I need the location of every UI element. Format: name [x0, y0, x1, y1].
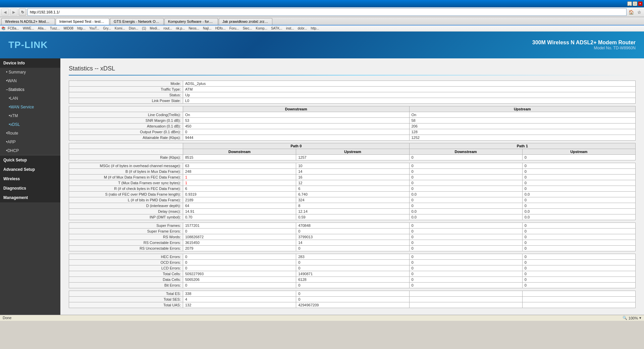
- bookmark-20[interactable]: SATK...: [270, 26, 284, 31]
- ocd-errors-p1-ds: 0: [409, 260, 522, 265]
- bookmark-10[interactable]: (1): [141, 26, 147, 31]
- bookmark-7[interactable]: Gry...: [102, 26, 112, 31]
- bookmark-21[interactable]: inst...: [285, 26, 296, 31]
- bookmark-11[interactable]: Medi...: [149, 26, 161, 31]
- data-cells-p1-ds: 0: [409, 277, 522, 283]
- bookmark-2[interactable]: Alla...: [37, 26, 48, 31]
- page-title: Statistics -- xDSL: [69, 65, 636, 72]
- address-input[interactable]: [28, 8, 627, 16]
- rate-p0-ds: 8515: [183, 155, 296, 160]
- s-ratio-p0-us: 6.740: [296, 192, 409, 197]
- tab-0[interactable]: Wireless N ADSL2+ Modem...: [1, 18, 55, 25]
- nav-bar: ◀ ▶ ↻ 🏠 ☆: [0, 7, 644, 17]
- refresh-button[interactable]: ↻: [19, 8, 26, 16]
- bookmark-8[interactable]: Komi...: [113, 26, 126, 31]
- msgc-p1-us: 0: [522, 163, 635, 169]
- rate-p1-ds: 0: [409, 155, 522, 160]
- hec-errors-p0-us: 283: [296, 254, 409, 260]
- back-button[interactable]: ◀: [1, 8, 9, 16]
- zoom-icon: 🔍: [623, 316, 627, 320]
- total-ses-p1-us: [522, 297, 635, 302]
- d-interleave-row: D (interleaver depth): 64 8 0 0: [69, 203, 636, 209]
- spacer-row: [69, 104, 636, 106]
- bookmark-13[interactable]: nk.p...: [174, 26, 186, 31]
- maximize-button[interactable]: □: [633, 1, 637, 6]
- sidebar-item-device-info[interactable]: Device Info: [0, 58, 60, 68]
- window-controls: _ □ ✕: [627, 1, 643, 6]
- bookmark-18[interactable]: Siec...: [241, 26, 254, 31]
- minimize-button[interactable]: _: [627, 1, 632, 6]
- tp-link-logo: TP-LINK: [8, 40, 48, 50]
- sidebar-item-management[interactable]: Management: [0, 193, 60, 202]
- bookmark-6[interactable]: YouT...: [88, 26, 101, 31]
- bookmark-16[interactable]: HDfo...: [214, 26, 227, 31]
- inp-label: INP (DMT symbol):: [69, 214, 183, 220]
- bookmark-9[interactable]: Disn...: [127, 26, 140, 31]
- zoom-dropdown-icon[interactable]: ▾: [639, 316, 641, 320]
- bookmark-4[interactable]: MID08: [62, 26, 74, 31]
- sidebar-item-advanced-setup[interactable]: Advanced Setup: [0, 165, 60, 174]
- sidebar-item-wan-service[interactable]: •WAN Service: [0, 103, 60, 111]
- sidebar-item-xdsl[interactable]: •xDSL: [0, 120, 60, 129]
- sidebar-item-wireless[interactable]: Wireless: [0, 174, 60, 184]
- output-power-row: Output Power (0.1 dBm): 0 128: [69, 129, 636, 135]
- m-frames-p1-us: 0: [522, 174, 635, 180]
- tab-4[interactable]: Jak prawidłowo zrobić zrzut ekr...: [219, 18, 272, 25]
- bookmark-23[interactable]: http...: [309, 26, 320, 31]
- d-interleave-p0-ds: 64: [183, 203, 296, 209]
- bookmark-1[interactable]: WWE...: [21, 26, 36, 31]
- lcd-errors-p0-us: 0: [296, 265, 409, 271]
- sidebar-item-xtm[interactable]: •xTM: [0, 111, 60, 120]
- sidebar-item-route[interactable]: •Route: [0, 129, 60, 138]
- rate-label: Rate (Kbps):: [69, 155, 183, 160]
- spacer-row-3: [69, 160, 636, 163]
- bookmark-5[interactable]: http...: [76, 26, 87, 31]
- total-ses-label: Total SES:: [69, 297, 183, 302]
- home-icon[interactable]: 🏠: [628, 9, 635, 15]
- bookmark-15[interactable]: Najl...: [202, 26, 213, 31]
- r-check-p0-ds: 6: [183, 186, 296, 192]
- traffic-value: ATM: [183, 87, 636, 92]
- ocd-errors-p0-ds: 0: [183, 260, 296, 265]
- sidebar-item-wan[interactable]: •WAN: [0, 77, 60, 85]
- bit-errors-p0-ds: 0: [183, 283, 296, 288]
- sidebar-item-arp[interactable]: •ARP: [0, 138, 60, 146]
- bookmark-3[interactable]: Tusz...: [49, 26, 61, 31]
- bookmark-17[interactable]: Foru...: [228, 26, 240, 31]
- tab-1[interactable]: Internet Speed Test - tester pre...: [56, 18, 109, 25]
- s-ratio-row: S (ratio of FEC over PMD Data Frame leng…: [69, 192, 636, 197]
- sidebar-item-lan[interactable]: •LAN: [0, 94, 60, 103]
- attenuation-row: Attenuation (0.1 dB): 450 206: [69, 123, 636, 129]
- forward-button[interactable]: ▶: [10, 8, 17, 16]
- path0-us-header: Upstream: [296, 149, 409, 155]
- star-icon[interactable]: ☆: [636, 9, 643, 15]
- sf-errors-label: Super Frame Errors:: [69, 229, 183, 234]
- zoom-area[interactable]: 🔍 100% ▾: [623, 316, 641, 320]
- rs-correctable-row: RS Correctable Errors: 3615450 14 0 0: [69, 240, 636, 246]
- bookmark-19[interactable]: Komp...: [254, 26, 268, 31]
- rate-row: Rate (Kbps): 8515 1257 0 0: [69, 155, 636, 160]
- rs-uncorrectable-p1-ds: 0: [409, 246, 522, 251]
- rs-words-p0-us: 3799013: [296, 234, 409, 240]
- bookmark-12[interactable]: rout...: [162, 26, 174, 31]
- l-bits-p1-us: 0: [522, 197, 635, 203]
- inp-p1-ds: 0.0: [409, 214, 522, 220]
- l-bits-p0-ds: 2189: [183, 197, 296, 203]
- sidebar-item-summary[interactable]: • Summary: [0, 68, 60, 77]
- close-button[interactable]: ✕: [638, 1, 643, 6]
- r-check-p0-us: 6: [296, 186, 409, 192]
- tab-3[interactable]: Komputery Software - forum k...: [164, 18, 218, 25]
- sidebar-item-statistics[interactable]: –Statistics: [0, 85, 60, 94]
- delay-p0-ds: 14.91: [183, 209, 296, 214]
- rs-uncorrectable-label: RS Uncorrectable Errors:: [69, 246, 183, 251]
- bookmark-0[interactable]: FCBa...: [6, 26, 20, 31]
- sidebar-item-diagnostics[interactable]: Diagnostics: [0, 184, 60, 193]
- data-cells-label: Data Cells:: [69, 277, 183, 283]
- attenuation-label: Attenuation (0.1 dB):: [69, 123, 183, 129]
- sidebar-item-quick-setup[interactable]: Quick Setup: [0, 155, 60, 165]
- sidebar: Device Info • Summary •WAN –Statistics •…: [0, 58, 60, 315]
- sidebar-item-dhcp[interactable]: •DHCP: [0, 146, 60, 155]
- tab-2[interactable]: GTS Energis - Network Operati...: [110, 18, 164, 25]
- bookmark-22[interactable]: dobr...: [297, 26, 309, 31]
- bookmark-14[interactable]: Neos...: [187, 26, 201, 31]
